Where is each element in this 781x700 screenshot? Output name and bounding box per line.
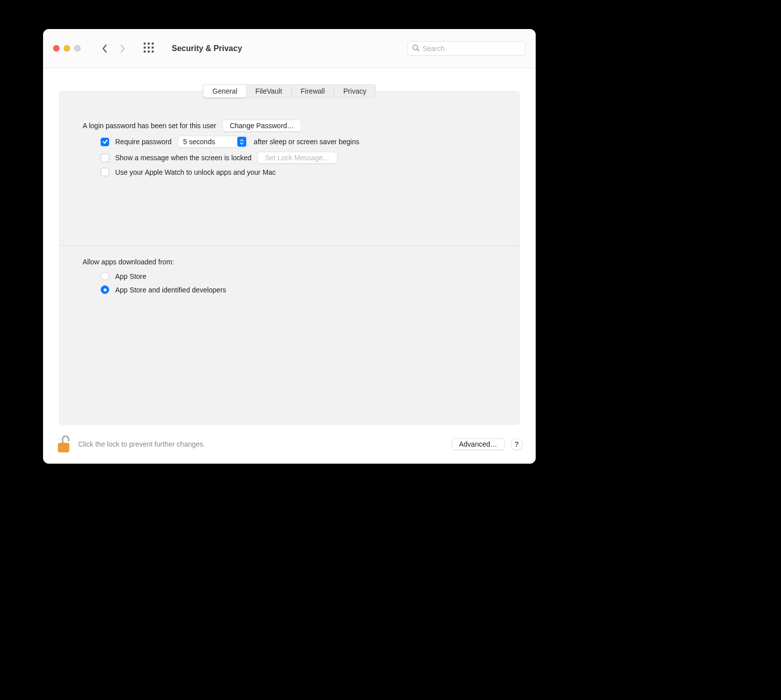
- nav-arrows: [102, 44, 126, 53]
- search-icon: [412, 44, 420, 53]
- require-password-delay-popup[interactable]: 5 seconds: [178, 136, 248, 148]
- window-zoom-button[interactable]: [74, 45, 81, 52]
- apple-watch-row: Use your Apple Watch to unlock apps and …: [101, 168, 496, 176]
- svg-rect-2: [152, 43, 154, 45]
- footer: Click the lock to prevent further change…: [43, 425, 536, 464]
- show-all-button[interactable]: [144, 43, 154, 54]
- radio-app-store-identified-label: App Store and identified developers: [115, 286, 226, 294]
- traffic-lights: [53, 45, 81, 52]
- svg-rect-3: [144, 47, 146, 49]
- require-password-row: Require password 5 seconds after sleep o…: [101, 136, 496, 148]
- svg-rect-7: [148, 51, 150, 53]
- radio-app-store-label: App Store: [115, 272, 146, 280]
- window-minimize-button[interactable]: [64, 45, 70, 52]
- require-password-label-before: Require password: [115, 138, 172, 146]
- search-box[interactable]: [408, 41, 526, 56]
- lock-icon[interactable]: [56, 434, 72, 454]
- tabs: General FileVault Firewall Privacy: [59, 84, 520, 98]
- tab-filevault[interactable]: FileVault: [246, 85, 291, 98]
- tab-privacy[interactable]: Privacy: [334, 85, 375, 98]
- lock-hint-text: Click the lock to prevent further change…: [78, 440, 205, 448]
- content: General FileVault Firewall Privacy A log…: [43, 68, 536, 425]
- help-button[interactable]: ?: [511, 438, 523, 450]
- radio-app-store-identified[interactable]: [101, 285, 109, 294]
- change-password-button[interactable]: Change Password…: [222, 120, 301, 132]
- window-title: Security & Privacy: [172, 44, 242, 53]
- advanced-button[interactable]: Advanced…: [452, 438, 505, 450]
- show-message-checkbox[interactable]: [101, 154, 109, 162]
- show-message-row: Show a message when the screen is locked…: [101, 152, 496, 164]
- svg-rect-6: [144, 51, 146, 53]
- login-password-row: A login password has been set for this u…: [83, 120, 496, 132]
- tab-firewall[interactable]: Firewall: [292, 85, 334, 98]
- back-button[interactable]: [102, 44, 108, 53]
- divider: [60, 245, 519, 246]
- window-close-button[interactable]: [53, 45, 60, 52]
- preferences-window: Security & Privacy General FileVault Fir…: [43, 29, 536, 464]
- tab-general[interactable]: General: [203, 85, 246, 98]
- svg-line-10: [417, 49, 419, 51]
- svg-rect-0: [144, 43, 146, 45]
- svg-rect-1: [148, 43, 150, 45]
- svg-rect-8: [152, 51, 154, 53]
- set-lock-message-button[interactable]: Set Lock Message…: [257, 152, 337, 164]
- require-password-checkbox[interactable]: [101, 138, 109, 146]
- allow-apps-heading: Allow apps downloaded from:: [83, 258, 496, 266]
- radio-app-store[interactable]: [101, 272, 109, 280]
- titlebar: Security & Privacy: [43, 29, 536, 68]
- allow-apps-option-appstore: App Store: [101, 272, 496, 280]
- allow-apps-option-identified: App Store and identified developers: [101, 285, 496, 294]
- apple-watch-label: Use your Apple Watch to unlock apps and …: [115, 168, 276, 176]
- search-input[interactable]: [423, 45, 521, 53]
- login-password-text: A login password has been set for this u…: [83, 122, 216, 130]
- svg-rect-5: [152, 47, 154, 49]
- forward-button[interactable]: [120, 44, 126, 53]
- apple-watch-checkbox[interactable]: [101, 168, 109, 176]
- svg-rect-11: [58, 443, 69, 452]
- chevron-up-down-icon: [237, 137, 246, 147]
- general-panel: A login password has been set for this u…: [59, 91, 520, 425]
- svg-rect-4: [148, 47, 150, 49]
- show-message-label: Show a message when the screen is locked: [115, 154, 251, 162]
- require-password-label-after: after sleep or screen saver begins: [254, 138, 359, 146]
- delay-value: 5 seconds: [183, 138, 237, 146]
